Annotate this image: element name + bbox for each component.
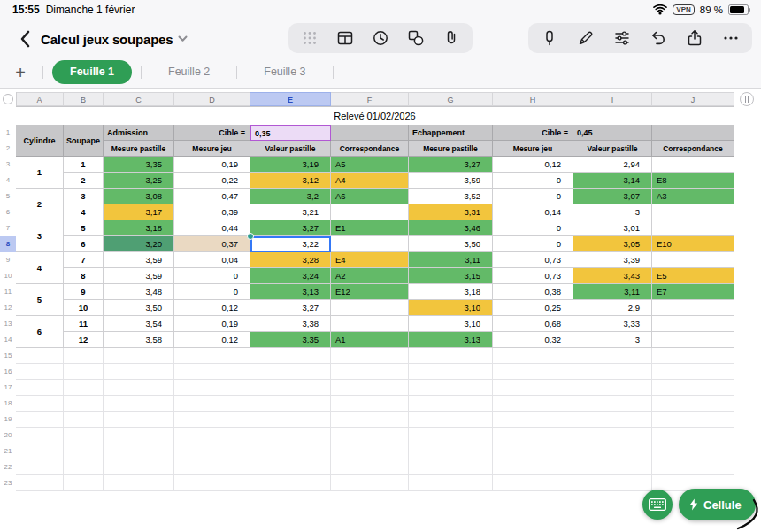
- cell-G22[interactable]: [409, 459, 493, 475]
- cell-F14[interactable]: A1: [331, 332, 409, 348]
- col-header-H[interactable]: H: [493, 92, 573, 106]
- cell-H10[interactable]: 0,73: [493, 268, 573, 284]
- cell-F23[interactable]: [331, 475, 409, 491]
- sheet-tab-feuille-2[interactable]: Feuille 2: [150, 60, 227, 84]
- insert-table-button[interactable]: [333, 26, 357, 50]
- select-all-handle[interactable]: [3, 94, 13, 104]
- cell-J19[interactable]: [652, 412, 734, 428]
- cell-J21[interactable]: [652, 443, 734, 459]
- cell-D17[interactable]: [174, 380, 250, 396]
- cell-J7[interactable]: [652, 220, 734, 236]
- cell-G10[interactable]: 3,15: [409, 268, 493, 284]
- row-header-15[interactable]: 15: [0, 348, 16, 364]
- cell-C14[interactable]: 3,58: [104, 332, 174, 348]
- cell-A21[interactable]: [16, 443, 64, 459]
- cell-F7[interactable]: E1: [331, 220, 409, 236]
- spreadsheet-grid[interactable]: ABCDEFGHIJ123456789101112131415161718192…: [0, 89, 761, 532]
- row-header-12[interactable]: 12: [0, 300, 16, 316]
- cell-E20[interactable]: [250, 428, 331, 443]
- cell-B21[interactable]: [64, 443, 104, 459]
- sub-header-H[interactable]: Mesure jeu: [493, 141, 573, 157]
- cell-G5[interactable]: 3,52: [409, 189, 493, 204]
- cell-F4[interactable]: A4: [331, 173, 409, 189]
- cell-E17[interactable]: [250, 380, 331, 396]
- header-cible-admission-label[interactable]: Cible =: [174, 125, 250, 141]
- cell-J3[interactable]: [652, 157, 734, 173]
- cell-I23[interactable]: [573, 475, 652, 491]
- cell-J10[interactable]: E5: [652, 268, 734, 284]
- row-header-21[interactable]: 21: [0, 443, 16, 459]
- cell-C21[interactable]: [104, 443, 174, 459]
- cell-A17[interactable]: [16, 380, 64, 396]
- cell-G17[interactable]: [409, 380, 493, 396]
- cell-G16[interactable]: [409, 364, 493, 380]
- cylindre-1[interactable]: 1: [16, 157, 64, 189]
- cell-C19[interactable]: [104, 412, 174, 428]
- cell-B19[interactable]: [64, 412, 104, 428]
- cell-E23[interactable]: [250, 475, 331, 491]
- cell-D9[interactable]: 0,04: [174, 252, 250, 268]
- soupape-4[interactable]: 4: [64, 204, 104, 220]
- cell-D23[interactable]: [174, 475, 250, 491]
- header-cible-echappement-label[interactable]: Cible =: [493, 125, 573, 141]
- cell-G9[interactable]: 3,11: [409, 252, 493, 268]
- document-title-menu[interactable]: Calcul jeux soupapes: [41, 27, 188, 51]
- add-columns-handle[interactable]: [740, 92, 754, 106]
- cell-I17[interactable]: [573, 380, 652, 396]
- header-cylindre[interactable]: Cylindre: [16, 125, 64, 157]
- back-button[interactable]: [12, 27, 37, 51]
- cell-H17[interactable]: [493, 380, 573, 396]
- cell-H13[interactable]: 0,68: [493, 316, 573, 332]
- cell-D7[interactable]: 0,44: [174, 220, 250, 236]
- apps-grid-button[interactable]: [297, 26, 322, 50]
- cell-F10[interactable]: A2: [331, 268, 409, 284]
- sub-header-G[interactable]: Mesure pastille: [409, 141, 493, 157]
- cell-H12[interactable]: 0,25: [493, 300, 573, 316]
- cell-C7[interactable]: 3,18: [104, 220, 174, 236]
- cell-C20[interactable]: [104, 428, 174, 443]
- header-blank-j1[interactable]: [652, 125, 734, 141]
- cell-G3[interactable]: 3,27: [409, 157, 493, 173]
- cell-J16[interactable]: [652, 364, 734, 380]
- cell-C6[interactable]: 3,17: [104, 204, 174, 220]
- cell-E4[interactable]: 3,12: [250, 173, 331, 189]
- row-header-8[interactable]: 8: [0, 236, 16, 252]
- cell-C16[interactable]: [104, 364, 174, 380]
- cell-H20[interactable]: [493, 428, 573, 443]
- cell-E14[interactable]: 3,35: [250, 332, 331, 348]
- col-header-J[interactable]: J: [652, 92, 734, 106]
- soupape-3[interactable]: 3: [64, 189, 104, 204]
- cell-G8[interactable]: 3,50: [409, 236, 493, 252]
- row-header-22[interactable]: 22: [0, 459, 16, 475]
- cell-D16[interactable]: [174, 364, 250, 380]
- cell-F21[interactable]: [331, 443, 409, 459]
- cell-D4[interactable]: 0,22: [174, 173, 250, 189]
- cell-I20[interactable]: [573, 428, 652, 443]
- sub-header-C[interactable]: Mesure pastille: [104, 141, 174, 157]
- cell-I3[interactable]: 2,94: [573, 157, 652, 173]
- cell-G11[interactable]: 3,18: [409, 284, 493, 300]
- cell-C23[interactable]: [104, 475, 174, 491]
- cell-H9[interactable]: 0,73: [493, 252, 573, 268]
- pen-button[interactable]: [573, 26, 598, 50]
- soupape-11[interactable]: 11: [64, 316, 104, 332]
- cell-G13[interactable]: 3,10: [409, 316, 493, 332]
- cell-E13[interactable]: 3,38: [250, 316, 331, 332]
- selection-handle-dot[interactable]: [247, 233, 254, 240]
- row-header-3[interactable]: 3: [0, 157, 16, 173]
- cell-B16[interactable]: [64, 364, 104, 380]
- cell-D3[interactable]: 0,19: [174, 157, 250, 173]
- cell-F11[interactable]: E12: [331, 284, 409, 300]
- cell-G23[interactable]: [409, 475, 493, 491]
- cell-H3[interactable]: 0,12: [493, 157, 573, 173]
- add-sheet-button[interactable]: +: [7, 59, 34, 86]
- cell-G19[interactable]: [409, 412, 493, 428]
- cell-I5[interactable]: 3,07: [573, 189, 652, 204]
- cell-I9[interactable]: 3,39: [573, 252, 652, 268]
- cell-J17[interactable]: [652, 380, 734, 396]
- cell-D18[interactable]: [174, 396, 250, 412]
- soupape-8[interactable]: 8: [64, 268, 104, 284]
- cylindre-3[interactable]: 3: [16, 220, 64, 252]
- cible-echappement-value[interactable]: 0,45: [573, 125, 652, 141]
- cell-D10[interactable]: 0: [174, 268, 250, 284]
